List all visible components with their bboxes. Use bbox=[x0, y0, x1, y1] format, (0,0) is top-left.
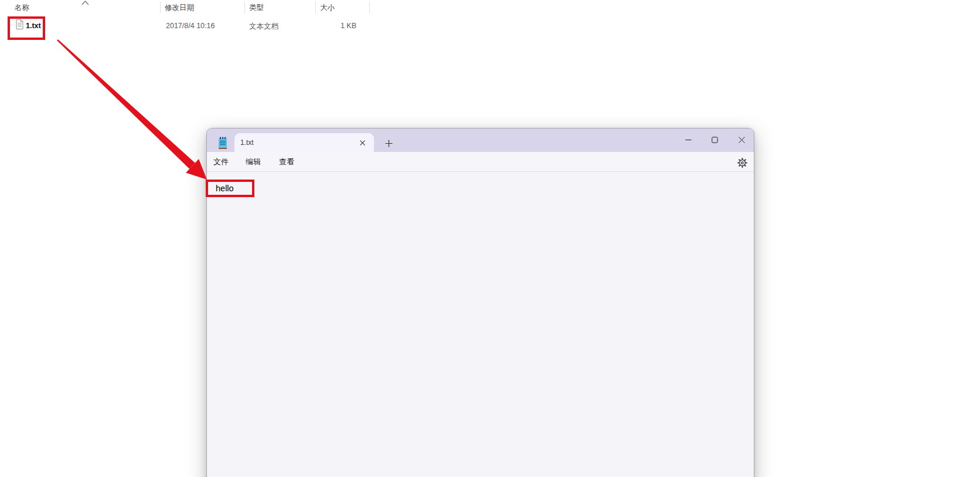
column-header-size[interactable]: 大小 bbox=[320, 3, 335, 13]
close-icon bbox=[360, 140, 365, 146]
notepad-window: 1.txt bbox=[206, 128, 754, 477]
tab-title: 1.txt bbox=[240, 133, 254, 152]
file-size: 1 KB bbox=[315, 22, 356, 30]
notepad-icon bbox=[218, 137, 227, 149]
column-separator[interactable] bbox=[244, 2, 245, 13]
menu-edit[interactable]: 编辑 bbox=[246, 152, 261, 171]
tab-close-button[interactable] bbox=[358, 138, 367, 147]
file-date-modified: 2017/8/4 10:16 bbox=[166, 22, 215, 30]
screenshot-stage: 名称 修改日期 类型 大小 1.txt 2017/8/4 10:16 文本文档 … bbox=[0, 0, 980, 477]
column-separator[interactable] bbox=[160, 2, 161, 13]
minimize-icon bbox=[685, 137, 692, 143]
close-icon bbox=[739, 137, 745, 143]
gear-icon bbox=[737, 158, 747, 168]
chevron-up-icon bbox=[81, 1, 89, 5]
column-header-date[interactable]: 修改日期 bbox=[165, 3, 194, 13]
editor-text: hello bbox=[216, 182, 234, 195]
column-header-name[interactable]: 名称 bbox=[15, 3, 29, 13]
plus-icon bbox=[385, 140, 393, 147]
file-type: 文本文档 bbox=[249, 22, 278, 32]
new-tab-button[interactable] bbox=[382, 136, 396, 151]
column-separator[interactable] bbox=[315, 2, 316, 13]
titlebar[interactable]: 1.txt bbox=[207, 128, 754, 152]
text-highlight-box: hello bbox=[206, 180, 254, 197]
editor-area[interactable] bbox=[207, 172, 754, 477]
menu-bar: 文件 编辑 查看 bbox=[207, 152, 754, 172]
minimize-button[interactable] bbox=[675, 128, 701, 151]
column-header-type[interactable]: 类型 bbox=[249, 3, 264, 13]
column-separator[interactable] bbox=[369, 2, 370, 13]
maximize-button[interactable] bbox=[702, 128, 727, 151]
close-window-button[interactable] bbox=[729, 128, 754, 151]
menu-view[interactable]: 查看 bbox=[279, 152, 294, 171]
menu-file[interactable]: 文件 bbox=[213, 152, 229, 171]
tab-1txt[interactable]: 1.txt bbox=[234, 133, 374, 152]
settings-button[interactable] bbox=[734, 155, 750, 170]
maximize-icon bbox=[712, 137, 718, 143]
file-highlight-box bbox=[8, 16, 45, 40]
